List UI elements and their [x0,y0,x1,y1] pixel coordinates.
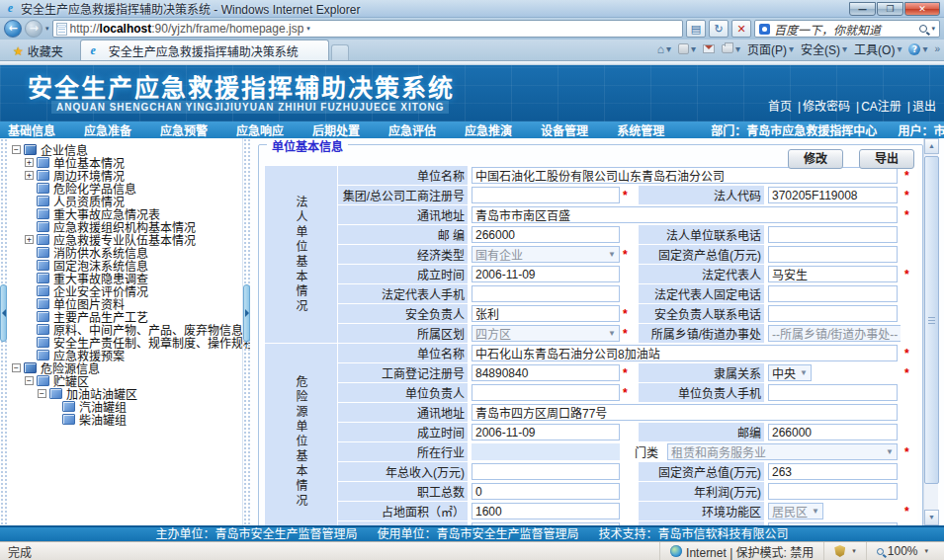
form-input[interactable] [472,503,620,520]
form-input[interactable] [472,364,620,381]
home-button[interactable]: ⌂▾ [657,42,671,56]
form-select[interactable]: 租赁和商务服务业▼ [667,443,898,460]
recent-pages-dropdown-icon[interactable]: ▾ [45,25,49,33]
nav-item-7[interactable]: 设备管理 [541,121,588,138]
splitter-collapse-left[interactable] [0,284,7,342]
compatibility-view-button[interactable]: ▤ [686,20,706,38]
tree-expander-icon[interactable]: + [25,235,34,244]
forward-button[interactable]: → [25,20,43,38]
banner-link-0[interactable]: 首页 [768,100,792,114]
form-input[interactable] [472,266,620,282]
form-select[interactable]: 四方区▼ [472,325,620,342]
form-input[interactable] [472,305,620,322]
form-input[interactable] [768,463,898,480]
tree-item[interactable]: +柴油罐组 [12,413,240,426]
form-input[interactable] [472,404,898,421]
scroll-down-icon[interactable]: ▼ [924,510,939,525]
banner-link-2[interactable]: CA注册 [861,100,901,114]
address-dropdown-icon[interactable]: ▾ [306,25,310,33]
form-select[interactable]: 居民区▼ [768,503,823,520]
form-row: 所属区划四方区▼*所属乡镇/街道办事处--所属乡镇/街道办事处--▼ [265,324,917,344]
stop-button[interactable]: ✕ [731,20,751,38]
tree-item[interactable]: +单位基本情况 [12,156,240,169]
banner-link-1[interactable]: 修改密码 [803,100,850,114]
read-mail-button[interactable] [703,44,715,53]
form-select[interactable]: 中央▼ [768,364,812,381]
nav-item-8[interactable]: 系统管理 [617,121,664,138]
nav-item-0[interactable]: 基础信息 [8,121,55,138]
export-button[interactable]: 导出 [859,149,914,169]
form-input[interactable] [768,384,898,401]
form-input[interactable] [472,206,898,223]
tree-expander-icon[interactable]: − [38,389,46,398]
tree-expander-icon[interactable]: + [25,158,34,167]
form-input[interactable] [768,285,898,302]
form-input[interactable] [768,246,898,263]
tree-item[interactable]: +危险化学品信息 [12,182,240,195]
nav-item-2[interactable]: 应急预警 [160,121,208,138]
search-icon[interactable] [919,25,927,33]
tree-item[interactable]: +企业安全评价情况 [12,284,240,297]
banner-link-3[interactable]: 退出 [912,100,936,114]
address-input[interactable]: http://localhost:90/yjzh/frame/homepage.… [52,20,683,38]
form-input[interactable] [768,226,898,243]
minimize-button[interactable]: — [849,2,876,16]
close-button[interactable]: ✕ [904,2,940,16]
feeds-button[interactable]: ▾ [678,43,696,54]
tree-expander-icon[interactable]: − [12,145,21,154]
form-input[interactable] [472,522,620,525]
search-options-dropdown-icon[interactable]: ▾ [931,25,935,33]
form-input[interactable] [768,266,898,282]
tree-expander-icon[interactable]: − [25,376,34,385]
splitter-collapse-right[interactable] [243,284,250,342]
nav-item-4[interactable]: 后期处置 [312,121,360,138]
refresh-button[interactable]: ↻ [709,20,729,38]
zoom-dropdown-icon[interactable]: ▾ [924,547,928,555]
tree-expander-icon[interactable]: + [25,171,34,180]
form-input[interactable] [472,463,620,480]
form-input[interactable] [768,187,898,203]
scrollbar-thumb[interactable] [924,156,939,484]
help-button[interactable]: ?▾ [908,43,927,55]
form-input[interactable] [768,305,898,322]
tools-menu[interactable]: 工具(O)▾ [854,40,901,57]
active-tab[interactable]: e 安全生产应急救援指挥辅助决策系统 [80,40,329,60]
tree-item[interactable]: −企业信息 [12,143,240,156]
tree-item[interactable]: +安全生产责任制、规章制度、操作规程信息 [12,336,240,349]
form-input[interactable] [472,483,620,500]
overflow-chevron-icon[interactable]: » [934,43,940,54]
nav-item-3[interactable]: 应急响应 [236,121,284,138]
form-select[interactable]: 国有企业▼ [472,246,620,263]
search-input[interactable]: 百度一下，你就知道 ▾ [754,20,940,38]
select-arrow-icon: ▼ [800,368,808,377]
form-input[interactable] [472,226,620,243]
modify-button[interactable]: 修改 [788,149,843,169]
form-input[interactable] [472,285,620,302]
print-button[interactable]: ▾ [722,43,740,54]
form-input[interactable] [768,424,898,440]
security-menu[interactable]: 安全(S)▾ [801,40,847,57]
nav-item-1[interactable]: 应急准备 [84,121,131,138]
form-input[interactable] [472,424,620,440]
nav-item-5[interactable]: 应急评估 [388,121,436,138]
filter-dropdown-icon[interactable]: ▾ [852,547,856,555]
favorites-button[interactable]: ★ 收藏夹 [4,41,72,60]
page-menu[interactable]: 页面(P)▾ [747,40,794,57]
form-input[interactable] [472,345,898,361]
form-input[interactable] [472,167,898,184]
form-input[interactable] [472,187,620,203]
filter-zone[interactable]: ▾ [823,542,866,560]
scroll-up-icon[interactable]: ▲ [924,138,939,154]
form-select[interactable]: --所属乡镇/街道办事处--▼ [768,325,901,342]
back-button[interactable]: ← [4,20,22,38]
new-tab-button[interactable] [331,44,349,60]
form-input[interactable] [472,384,620,401]
tree-expander-icon[interactable]: − [12,363,21,372]
form-input[interactable] [768,483,898,500]
tree-item[interactable]: −危险源信息 [12,361,240,374]
nav-item-6[interactable]: 应急推演 [465,121,512,138]
zoom-control[interactable]: 100% ▾ [866,542,938,560]
form-input[interactable] [768,522,898,525]
maximize-button[interactable]: ❐ [877,2,903,16]
main-scrollbar[interactable]: ▲ ▼ [923,138,938,525]
